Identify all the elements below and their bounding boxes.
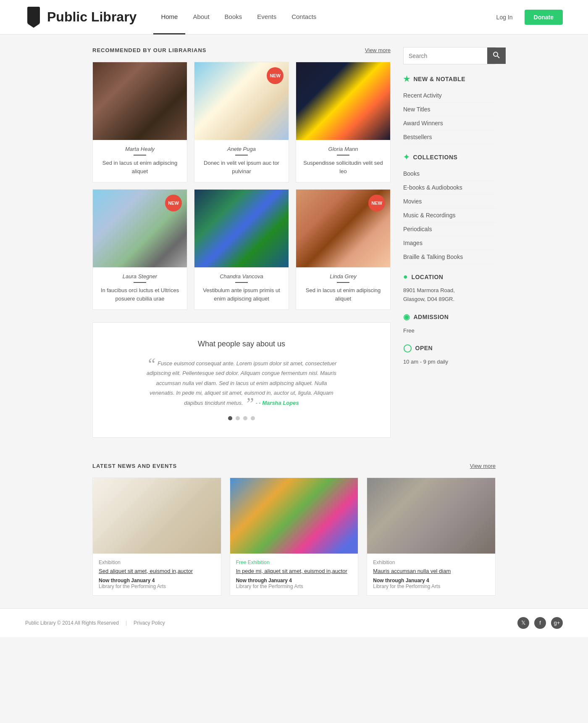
news-image <box>367 478 495 554</box>
book-info: Anete Puga Donec in velit vel ipsum auc … <box>194 140 289 182</box>
news-card[interactable]: Free Exhibition In pede mi, aliquet sit … <box>230 478 359 596</box>
news-venue: Library for the Performing Arts <box>99 583 215 589</box>
book-card[interactable]: Chandra Vancova Vestibulum ante ipsum pr… <box>194 189 289 310</box>
header: Public Library Home About Books Events C… <box>0 0 588 34</box>
admission-label: ADMISSION <box>414 314 449 320</box>
book-card[interactable]: Gloria Mann Suspendisse sollicitudin vel… <box>296 62 391 182</box>
collections-heading: ✦ COLLECTIONS <box>403 153 496 162</box>
news-grid: Exhibition Sed aliquet sit amet, euismod… <box>92 478 496 596</box>
testimonial-dots <box>126 416 357 420</box>
book-desc: Suspendisse sollicitudin velit sed leo <box>301 159 385 175</box>
svg-point-2 <box>494 52 498 56</box>
twitter-icon[interactable]: 𝕏 <box>517 617 529 629</box>
news-header: LATEST NEWS AND EVENTS View more <box>92 463 496 469</box>
news-content: Exhibition Mauris accumsan nulla vel dia… <box>367 554 495 595</box>
sidebar-item-music[interactable]: Music & Recordings <box>403 208 496 222</box>
book-card[interactable]: NEW Laura Stegner In faucibus orci luctu… <box>92 189 187 310</box>
main-nav: Home About Books Events Contacts <box>153 0 324 34</box>
news-headline: Mauris accumsan nulla vel diam <box>373 568 489 574</box>
book-divider <box>337 155 349 156</box>
open-label: OPEN <box>415 345 433 351</box>
nav-about[interactable]: About <box>185 0 217 34</box>
news-date: Now through January 4 <box>99 578 215 583</box>
sidebar-item-recent-activity[interactable]: Recent Activity <box>403 89 496 103</box>
book-desc: Sed in lacus ut enim adipiscing aliquet <box>301 286 385 303</box>
nav-home[interactable]: Home <box>153 0 185 34</box>
sidebar-collections: ✦ COLLECTIONS Books E-books & Audiobooks… <box>403 153 496 264</box>
news-image <box>230 478 358 554</box>
testimonial-author: - Marsha Lopes <box>259 400 299 406</box>
location-heading: ● LOCATION <box>403 272 496 281</box>
book-divider <box>134 282 146 283</box>
sidebar-admission: ◉ ADMISSION Free <box>403 312 496 335</box>
book-card[interactable]: NEW Anete Puga Donec in velit vel ipsum … <box>194 62 289 182</box>
admission-value: Free <box>403 327 496 335</box>
book-author: Marta Healy <box>98 146 182 152</box>
recommended-view-more[interactable]: View more <box>365 47 391 53</box>
donate-button[interactable]: Donate <box>525 10 563 25</box>
sidebar-item-award-winners[interactable]: Award Winners <box>403 116 496 130</box>
dot-2[interactable] <box>236 416 240 420</box>
testimonial-text: “Fusce euismod consequat ante. Lorem ips… <box>143 359 340 408</box>
star-icon: ★ <box>403 74 410 84</box>
sidebar-item-ebooks[interactable]: E-books & Audiobooks <box>403 181 496 195</box>
open-hours: 10 am - 9 pm daily <box>403 358 496 367</box>
book-desc: Vestibulum ante ipsum primis ut enim adi… <box>200 286 284 303</box>
logo-text: Public Library <box>47 9 136 25</box>
book-divider <box>235 155 248 156</box>
book-image: NEW <box>93 190 187 267</box>
search-input[interactable] <box>404 47 487 64</box>
dot-1[interactable] <box>228 416 232 420</box>
search-button[interactable] <box>487 47 506 64</box>
testimonial-title: What people say about us <box>126 340 357 348</box>
sidebar-location: ● LOCATION 8901 Marmora Road, Glasgow, D… <box>403 272 496 304</box>
search-box <box>403 47 496 64</box>
nav-events[interactable]: Events <box>249 0 284 34</box>
sidebar-item-movies[interactable]: Movies <box>403 195 496 208</box>
footer: Public Library © 2014 All Rights Reserve… <box>0 608 588 637</box>
facebook-icon[interactable]: f <box>534 617 546 629</box>
book-author: Chandra Vancova <box>200 273 284 280</box>
clock-icon: ◯ <box>403 343 412 353</box>
sidebar-item-new-titles[interactable]: New Titles <box>403 103 496 116</box>
sidebar-item-books[interactable]: Books <box>403 167 496 181</box>
book-divider <box>337 282 349 283</box>
login-button[interactable]: Log In <box>491 11 518 24</box>
nav-contacts[interactable]: Contacts <box>284 0 324 34</box>
news-image <box>93 478 221 554</box>
svg-marker-1 <box>27 24 40 28</box>
new-badge: NEW <box>165 195 182 211</box>
nav-books[interactable]: Books <box>217 0 250 34</box>
book-info: Marta Healy Sed in lacus ut enim adipisc… <box>93 140 187 182</box>
content-area: RECOMMENDED BY OUR LIBRARIANS View more … <box>92 47 391 438</box>
news-view-more[interactable]: View more <box>470 463 496 469</box>
book-card[interactable]: NEW Linda Grey Sed in lacus ut enim adip… <box>296 189 391 310</box>
google-plus-icon[interactable]: g+ <box>551 617 563 629</box>
news-card[interactable]: Exhibition Sed aliquet sit amet, euismod… <box>92 478 221 596</box>
location-icon: ● <box>403 272 408 281</box>
news-headline: Sed aliquet sit amet, euismod in,auctor <box>99 568 215 574</box>
quote-close-icon: ” <box>245 394 254 413</box>
book-desc: Sed in lacus ut enim adipiscing aliquet <box>98 159 182 175</box>
sidebar-item-braille[interactable]: Braille & Talking Books <box>403 250 496 264</box>
book-divider <box>235 282 248 283</box>
person-icon: ◉ <box>403 312 410 322</box>
footer-privacy-link[interactable]: Privacy Policy <box>134 620 165 626</box>
dot-4[interactable] <box>251 416 255 420</box>
news-date: Now through January 4 <box>236 578 352 583</box>
sidebar-item-periodicals[interactable]: Periodicals <box>403 222 496 236</box>
book-grid: Marta Healy Sed in lacus ut enim adipisc… <box>92 62 391 310</box>
book-image <box>93 62 187 140</box>
new-notable-list: Recent Activity New Titles Award Winners… <box>403 89 496 144</box>
sidebar-item-images[interactable]: Images <box>403 236 496 250</box>
sidebar-item-bestsellers[interactable]: Bestsellers <box>403 130 496 144</box>
footer-divider: | <box>126 620 127 626</box>
book-author: Gloria Mann <box>301 146 385 152</box>
sidebar-new-notable: ★ NEW & NOTABLE Recent Activity New Titl… <box>403 74 496 144</box>
logo-icon <box>25 7 42 28</box>
svg-rect-0 <box>27 7 40 24</box>
book-author: Linda Grey <box>301 273 385 280</box>
dot-3[interactable] <box>243 416 247 420</box>
book-card[interactable]: Marta Healy Sed in lacus ut enim adipisc… <box>92 62 187 182</box>
news-card[interactable]: Exhibition Mauris accumsan nulla vel dia… <box>367 478 496 596</box>
